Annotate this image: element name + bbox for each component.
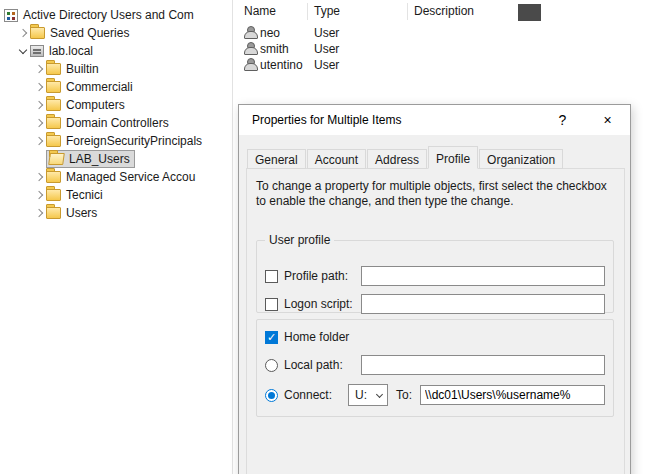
- chevron-right-icon[interactable]: [32, 62, 46, 76]
- drive-letter-value: U:: [355, 388, 367, 402]
- home-folder-checkbox[interactable]: [265, 331, 278, 344]
- chevron-right-icon[interactable]: [32, 80, 46, 94]
- dialog-titlebar[interactable]: Properties for Multiple Items ? ×: [239, 105, 630, 135]
- folder-icon: [46, 117, 61, 129]
- chevron-right-icon[interactable]: [32, 206, 46, 220]
- tree-item-label: Saved Queries: [50, 26, 129, 40]
- tree-item-computers[interactable]: Computers: [0, 96, 232, 114]
- dialog-title: Properties for Multiple Items: [252, 113, 401, 127]
- profile-path-row: Profile path:: [265, 265, 605, 287]
- tree-item-label: Computers: [66, 98, 125, 112]
- tree-item-label: Users: [66, 206, 97, 220]
- tree-item-label: Commerciali: [66, 80, 133, 94]
- domain-icon: [30, 45, 44, 57]
- tree-item-users[interactable]: Users: [0, 204, 232, 222]
- tree-item-managed-service-accounts[interactable]: Managed Service Accou: [0, 168, 232, 186]
- tab-profile[interactable]: Profile: [428, 146, 478, 169]
- tab-address[interactable]: Address: [367, 149, 427, 169]
- folder-icon: [46, 189, 61, 201]
- tab-general[interactable]: General: [247, 149, 306, 169]
- aduc-window: Active Directory Users and Com Saved Que…: [0, 0, 656, 474]
- tree-item-label: Managed Service Accou: [66, 170, 195, 184]
- tree-item-label: Builtin: [66, 62, 99, 76]
- list-item-utentino[interactable]: utentino User: [233, 57, 656, 73]
- tab-organization[interactable]: Organization: [479, 149, 563, 169]
- logon-script-input[interactable]: [361, 294, 605, 314]
- tree-item-label: lab.local: [49, 44, 93, 58]
- chevron-right-icon[interactable]: [32, 98, 46, 112]
- user-icon: [243, 26, 257, 39]
- tree-item-builtin[interactable]: Builtin: [0, 60, 232, 78]
- local-path-radio[interactable]: [265, 359, 278, 372]
- local-path-row: Local path:: [265, 354, 605, 376]
- tree-item-commerciali[interactable]: Commerciali: [0, 78, 232, 96]
- logon-script-checkbox[interactable]: [265, 298, 278, 311]
- folder-icon: [46, 81, 61, 93]
- user-icon: [243, 42, 257, 55]
- tree-item-label: ForeignSecurityPrincipals: [66, 134, 202, 148]
- list-item-smith[interactable]: smith User: [233, 41, 656, 57]
- tab-account[interactable]: Account: [307, 149, 366, 169]
- tree-item-label: LAB_Users: [69, 152, 130, 166]
- tree-item-label: Active Directory Users and Com: [23, 8, 194, 22]
- local-path-label: Local path:: [284, 358, 361, 372]
- aduc-root-icon: [4, 9, 18, 22]
- folder-icon: [46, 99, 61, 111]
- connect-row: Connect: U: To:: [265, 384, 605, 406]
- connect-to-label: To:: [396, 388, 420, 402]
- profile-tab-pane: To change a property for multiple object…: [246, 168, 625, 474]
- tree-item-label: Tecnici: [66, 188, 103, 202]
- chevron-right-icon[interactable]: [32, 188, 46, 202]
- local-path-input[interactable]: [361, 355, 605, 375]
- tree-item-saved-queries[interactable]: Saved Queries: [0, 24, 232, 42]
- connect-path-input[interactable]: [420, 385, 605, 405]
- home-folder-group: Home folder Local path: Connect: U: To:: [256, 319, 614, 417]
- list-item-name: utentino: [260, 58, 303, 72]
- chevron-down-icon[interactable]: [16, 44, 30, 58]
- chevron-down-icon: [376, 391, 383, 398]
- chevron-right-icon[interactable]: [16, 26, 30, 40]
- tab-strip: General Account Address Profile Organiza…: [247, 146, 564, 169]
- tree-item-root[interactable]: Active Directory Users and Com: [0, 6, 232, 24]
- connect-radio[interactable]: [265, 389, 278, 402]
- folder-icon: [46, 171, 61, 183]
- profile-path-checkbox[interactable]: [265, 270, 278, 283]
- home-folder-label: Home folder: [284, 330, 349, 344]
- profile-path-input[interactable]: [361, 266, 605, 286]
- chevron-placeholder: [32, 152, 46, 166]
- dialog-description: To change a property for multiple object…: [256, 179, 612, 209]
- list-item-neo[interactable]: neo User: [233, 25, 656, 41]
- tree-item-lab-users[interactable]: LAB_Users: [0, 150, 232, 168]
- column-separator[interactable]: [407, 3, 408, 20]
- list-item-type: User: [314, 58, 339, 72]
- tree-item-label: Domain Controllers: [66, 116, 169, 130]
- column-separator[interactable]: [307, 3, 308, 20]
- folder-icon: [46, 207, 61, 219]
- tree-item-domain-controllers[interactable]: Domain Controllers: [0, 114, 232, 132]
- drive-letter-dropdown[interactable]: U:: [348, 384, 388, 406]
- tree-selection-highlight[interactable]: LAB_Users: [46, 150, 135, 168]
- folder-icon: [30, 27, 45, 39]
- folder-icon: [46, 135, 61, 147]
- home-folder-row: Home folder: [265, 326, 605, 348]
- properties-dialog: Properties for Multiple Items ? × Genera…: [238, 104, 631, 474]
- header-dark-box: [518, 4, 541, 21]
- help-button[interactable]: ?: [540, 105, 585, 135]
- column-header-name[interactable]: Name: [244, 4, 276, 18]
- list-item-name: smith: [260, 42, 289, 56]
- tree-item-tecnici[interactable]: Tecnici: [0, 186, 232, 204]
- chevron-right-icon[interactable]: [32, 170, 46, 184]
- chevron-right-icon[interactable]: [32, 116, 46, 130]
- close-button[interactable]: ×: [585, 105, 630, 135]
- logon-script-row: Logon script:: [265, 293, 605, 315]
- logon-script-label: Logon script:: [284, 297, 361, 311]
- tree-item-foreign-security-principals[interactable]: ForeignSecurityPrincipals: [0, 132, 232, 150]
- column-header-description[interactable]: Description: [414, 4, 474, 18]
- chevron-right-icon[interactable]: [32, 134, 46, 148]
- column-header-type[interactable]: Type: [314, 4, 340, 18]
- list-item-name: neo: [260, 26, 280, 40]
- connect-label: Connect:: [284, 388, 348, 402]
- tree-item-lab-local[interactable]: lab.local: [0, 42, 232, 60]
- user-profile-group: User profile Profile path: Logon script:: [256, 233, 614, 313]
- list-item-type: User: [314, 26, 339, 40]
